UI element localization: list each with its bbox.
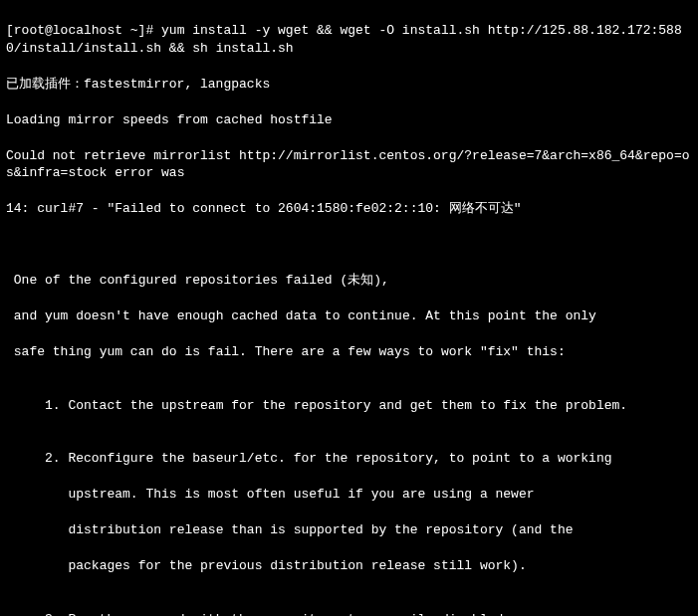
command-line: [root@localhost ~]# yum install -y wget … — [6, 22, 692, 58]
output-line: Could not retrieve mirrorlist http://mir… — [6, 147, 692, 183]
fix-option-3: 3. Run the command with the repository t… — [6, 611, 692, 616]
output-line: 已加载插件：fastestmirror, langpacks — [6, 76, 692, 94]
fix-option-2: upstream. This is most often useful if y… — [6, 486, 692, 504]
output-line: Loading mirror speeds from cached hostfi… — [6, 111, 692, 129]
error-intro: One of the configured repositories faile… — [6, 272, 692, 290]
fix-option-1: 1. Contact the upstream for the reposito… — [6, 397, 692, 415]
fix-option-2: packages for the previous distribution r… — [6, 557, 692, 575]
shell-prompt: [root@localhost ~]# — [6, 23, 161, 38]
fix-option-2: distribution release than is supported b… — [6, 521, 692, 539]
error-intro: safe thing yum can do is fail. There are… — [6, 343, 692, 361]
terminal-output[interactable]: [root@localhost ~]# yum install -y wget … — [0, 0, 698, 616]
error-intro: and yum doesn't have enough cached data … — [6, 308, 692, 325]
output-line: 14: curl#7 - "Failed to connect to 2604:… — [6, 200, 692, 218]
fix-option-2: 2. Reconfigure the baseurl/etc. for the … — [6, 450, 692, 468]
